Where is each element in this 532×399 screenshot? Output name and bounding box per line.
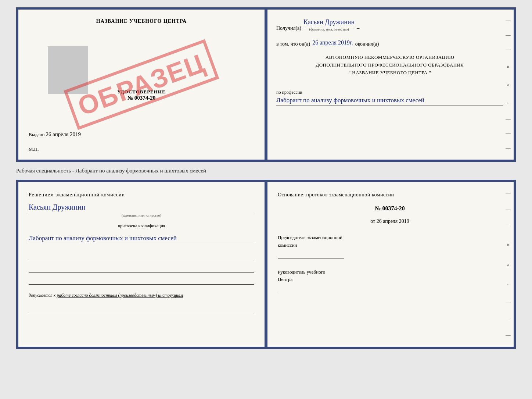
qual-допускается-prefix: допускается к xyxy=(29,293,55,298)
cert-date-prefix: в том, что он(а) xyxy=(276,41,310,47)
cert-date-value: 26 апреля 2019г. xyxy=(312,39,353,47)
cert-date-suffix: окончил(а) xyxy=(355,41,379,47)
side-label-a: а xyxy=(506,83,511,87)
qual-name-sublabel: (фамилия, имя, отчество) xyxy=(29,213,254,217)
cert-profession-label: по профессии xyxy=(276,90,503,95)
qual-sign-line-2 xyxy=(29,265,254,273)
qual-chairman-sign-line xyxy=(278,251,344,259)
cert-received-prefix: Получил(а) xyxy=(276,25,301,31)
qual-side-dash-6 xyxy=(506,335,511,336)
side-dash-2 xyxy=(506,35,511,36)
qual-qualification-label: присвоена квалификация xyxy=(29,223,254,229)
cert-profession-block: по профессии Лаборант по анализу формово… xyxy=(276,87,503,106)
cert-school-title: НАЗВАНИЕ УЧЕБНОГО ЦЕНТРА xyxy=(96,18,187,24)
qual-sign-line-1 xyxy=(29,253,254,261)
qual-director-line2: Центра xyxy=(278,276,502,284)
qual-right-side-decoration: и а ← xyxy=(506,193,511,336)
cert-org-line3: " НАЗВАНИЕ УЧЕБНОГО ЦЕНТРА " xyxy=(276,69,503,77)
qual-side-dash-5 xyxy=(506,319,511,319)
cert-left-page: НАЗВАНИЕ УЧЕБНОГО ЦЕНТРА УДОСТОВЕРЕНИЕ №… xyxy=(18,10,266,160)
cert-org-line2: ДОПОЛНИТЕЛЬНОГО ПРОФЕССИОНАЛЬНОГО ОБРАЗО… xyxy=(276,61,503,69)
cert-profession-value: Лаборант по анализу формовочных и шихтов… xyxy=(276,95,503,106)
cert-received-name: Касьян Дружинин xyxy=(303,18,355,27)
certificate-book: НАЗВАНИЕ УЧЕБНОГО ЦЕНТРА УДОСТОВЕРЕНИЕ №… xyxy=(16,7,516,162)
side-dash-6 xyxy=(506,148,511,149)
side-dash-3 xyxy=(506,50,511,50)
side-label-i: и xyxy=(506,64,511,68)
qual-side-label-a: а xyxy=(506,263,511,267)
specialty-line: Рабочая специальность - Лаборант по анал… xyxy=(16,166,206,175)
cert-issued-line: Выдано 26 апреля 2019 xyxy=(29,131,81,138)
qual-qualification-value: Лаборант по анализу формовочных и шихтов… xyxy=(29,233,254,244)
qual-director-sign-line xyxy=(278,285,344,293)
qual-decision-text: Решением экзаменационной комиссии xyxy=(29,191,254,199)
cert-right-page: Получил(а) Касьян Дружинин (фамилия, имя… xyxy=(266,10,514,160)
qual-date-block: от 26 апреля 2019 xyxy=(278,218,502,224)
qual-osnov-text: Основание: протокол экзаменационной коми… xyxy=(278,191,502,199)
qual-name-block: Касьян Дружинин (фамилия, имя, отчество) xyxy=(29,203,254,217)
qual-допускается-block: допускается к работе согласно должностны… xyxy=(29,292,254,299)
cert-mp: М.П. xyxy=(29,146,39,152)
qual-chairman-line2: комиссии xyxy=(278,242,502,249)
cert-org-line1: АВТОНОМНУЮ НЕКОММЕРЧЕСКУЮ ОРГАНИЗАЦИЮ xyxy=(276,54,503,61)
qual-name-handwritten: Касьян Дружинин xyxy=(29,203,254,213)
document-container: НАЗВАНИЕ УЧЕБНОГО ЦЕНТРА УДОСТОВЕРЕНИЕ №… xyxy=(16,7,516,349)
cert-received-dash: – xyxy=(357,25,359,31)
cert-name-sublabel: (фамилия, имя, отчество) xyxy=(309,27,349,31)
qual-date-value: 26 апреля 2019 xyxy=(377,218,409,224)
qual-bottom-line xyxy=(29,306,254,314)
qualification-book: Решением экзаменационной комиссии Касьян… xyxy=(16,180,516,349)
qual-side-dash-3 xyxy=(506,226,511,226)
qual-side-label-arrow: ← xyxy=(506,282,511,286)
cert-received-line: Получил(а) Касьян Дружинин (фамилия, имя… xyxy=(276,18,503,31)
qual-proto-number: № 00374-20 xyxy=(278,205,502,212)
qual-director-line1: Руководитель учебного xyxy=(278,268,502,276)
qual-left-page: Решением экзаменационной комиссии Касьян… xyxy=(18,182,266,347)
cert-org-block: АВТОНОМНУЮ НЕКОММЕРЧЕСКУЮ ОРГАНИЗАЦИЮ ДО… xyxy=(276,54,503,76)
qual-side-dash-4 xyxy=(506,303,511,303)
qual-side-dash-1 xyxy=(506,193,511,193)
qual-sign-line-3 xyxy=(29,277,254,285)
side-dash-1 xyxy=(506,21,511,21)
cert-issued-label: Выдано xyxy=(29,132,44,137)
qual-side-dash-2 xyxy=(506,210,511,210)
qual-chairman-block: Председатель экзаменационной комиссии xyxy=(278,234,502,259)
cert-date-line: в том, что он(а) 26 апреля 2019г. окончи… xyxy=(276,39,503,47)
qual-signature-lines xyxy=(29,253,254,285)
side-label-arrow: ← xyxy=(506,101,511,105)
qual-right-page: Основание: протокол экзаменационной коми… xyxy=(266,182,514,347)
qual-side-label-i: и xyxy=(506,242,511,246)
side-dash-4 xyxy=(506,119,511,120)
qual-director-block: Руководитель учебного Центра xyxy=(278,268,502,293)
qual-допускается-text: работе согласно должностным (производств… xyxy=(57,293,183,298)
cert-issued-date: 26 апреля 2019 xyxy=(46,131,81,137)
qual-chairman-line1: Председатель экзаменационной xyxy=(278,234,502,242)
right-side-decoration: и а ← xyxy=(506,21,511,149)
side-dash-5 xyxy=(506,133,511,134)
qual-date-prefix: от xyxy=(370,218,375,224)
